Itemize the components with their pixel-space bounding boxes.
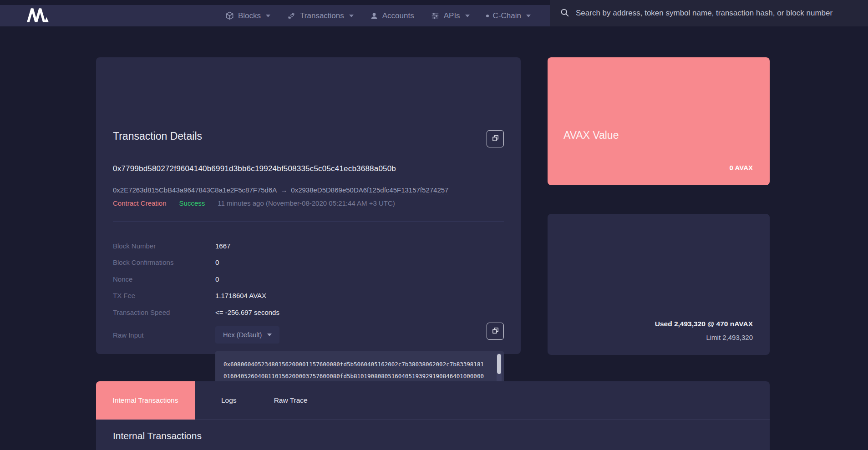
field-row-block-number: Block Number 1667 bbox=[113, 238, 504, 254]
field-label: Block Confirmations bbox=[113, 258, 215, 266]
transaction-status-row: Contract Creation Success 11 minutes ago… bbox=[113, 199, 395, 207]
chain-dot-icon bbox=[486, 15, 489, 17]
raw-input-encoding-dropdown[interactable]: Hex (Default) bbox=[215, 326, 279, 344]
chevron-down-icon bbox=[526, 15, 531, 17]
navbar-menu: Blocks Transactions Accounts bbox=[225, 5, 560, 26]
tab-raw-trace[interactable]: Raw Trace bbox=[269, 381, 312, 420]
gas-used-value: Used 2,493,320 @ 470 nAVAX bbox=[655, 320, 753, 328]
transaction-hash: 0x7799bd580272f9604140b6991d3bb6c19924bf… bbox=[113, 164, 396, 173]
field-row-nonce: Nonce 0 bbox=[113, 271, 504, 288]
nav-item-label: Accounts bbox=[382, 11, 414, 20]
chevron-down-icon bbox=[349, 15, 354, 17]
chevron-down-icon bbox=[266, 15, 270, 17]
nav-item-blocks[interactable]: Blocks bbox=[225, 11, 270, 20]
avax-value-title: AVAX Value bbox=[563, 129, 619, 142]
person-icon bbox=[370, 12, 378, 20]
raw-input-encoding-label: Hex (Default) bbox=[223, 331, 262, 339]
field-value: 0 bbox=[215, 258, 219, 266]
divider bbox=[113, 221, 504, 222]
to-address-link[interactable]: 0x2938eD5D869e50DA6f125dfc45F13157f52742… bbox=[291, 186, 448, 194]
sliders-icon bbox=[431, 12, 440, 20]
transaction-route: 0x2E7263d815CbB43a9647843C8a1e2F5c87F75d… bbox=[113, 186, 448, 194]
field-label: TX Fee bbox=[113, 292, 215, 299]
hex-line: 0160405260408110156200003757600080fd5b81… bbox=[223, 370, 490, 382]
status-badge: Success bbox=[179, 199, 205, 207]
chevron-down-icon bbox=[267, 334, 272, 336]
transaction-tabs-card: Internal Transactions Logs Raw Trace Int… bbox=[96, 381, 770, 450]
nav-item-label: Transactions bbox=[300, 11, 344, 20]
search-input[interactable] bbox=[576, 9, 868, 18]
nav-item-label: Blocks bbox=[238, 11, 261, 20]
nav-item-cchain[interactable]: C-Chain bbox=[486, 11, 531, 20]
avalanche-logo-icon[interactable] bbox=[18, 8, 57, 22]
copy-icon bbox=[492, 134, 499, 143]
transaction-type-badge: Contract Creation bbox=[113, 199, 167, 207]
copy-icon bbox=[492, 327, 499, 336]
chevron-down-icon bbox=[465, 15, 470, 17]
transaction-details-card: Transaction Details 0x7799bd580272f96041… bbox=[96, 57, 521, 354]
tab-logs[interactable]: Logs bbox=[217, 381, 241, 420]
cube-icon bbox=[225, 11, 234, 20]
nav-item-apis[interactable]: APIs bbox=[431, 11, 470, 20]
from-address: 0x2E7263d815CbB43a9647843C8a1e2F5c87F75d… bbox=[113, 186, 277, 194]
field-row-raw-input: Raw Input Hex (Default) bbox=[113, 326, 504, 346]
field-value: 0 bbox=[215, 275, 219, 283]
tab-bar: Internal Transactions Logs Raw Trace bbox=[96, 381, 770, 420]
field-value: <= -256.697 seconds bbox=[215, 308, 279, 316]
transaction-details-title: Transaction Details bbox=[113, 130, 202, 142]
avax-value-card: AVAX Value 0 AVAX bbox=[548, 57, 770, 185]
gas-limit-value: Limit 2,493,320 bbox=[655, 334, 753, 341]
tab-internal-transactions[interactable]: Internal Transactions bbox=[96, 381, 195, 420]
copy-transaction-button[interactable] bbox=[487, 130, 504, 147]
nav-item-label: APIs bbox=[444, 11, 460, 20]
search-icon bbox=[560, 8, 569, 19]
field-row-block-confirmations: Block Confirmations 0 bbox=[113, 254, 504, 271]
scrollbar-thumb[interactable] bbox=[497, 354, 501, 374]
field-label: Raw Input bbox=[113, 326, 215, 339]
field-label: Transaction Speed bbox=[113, 308, 215, 316]
field-value: 1667 bbox=[215, 242, 230, 250]
hex-line: 0x60806040523480156200001157600080fd5b50… bbox=[223, 359, 490, 370]
transaction-timestamp: 11 minutes ago (November-08-2020 05:21:4… bbox=[218, 199, 395, 207]
copy-raw-input-button[interactable] bbox=[487, 323, 504, 340]
field-row-transaction-speed: Transaction Speed <= -256.697 seconds bbox=[113, 304, 504, 321]
avax-value-amount: 0 AVAX bbox=[730, 164, 753, 172]
navbar: Blocks Transactions Accounts bbox=[0, 0, 868, 26]
internal-transactions-heading: Internal Transactions bbox=[113, 430, 202, 441]
search-bar bbox=[550, 0, 868, 26]
nav-item-accounts[interactable]: Accounts bbox=[370, 11, 414, 20]
field-value: 1.1718604 AVAX bbox=[215, 292, 266, 299]
nav-item-transactions[interactable]: Transactions bbox=[287, 11, 354, 20]
field-row-tx-fee: TX Fee 1.1718604 AVAX bbox=[113, 288, 504, 304]
transfer-arrows-icon bbox=[287, 12, 296, 20]
field-label: Nonce bbox=[113, 275, 215, 283]
field-label: Block Number bbox=[113, 242, 215, 250]
nav-item-label: C-Chain bbox=[493, 11, 521, 20]
gas-summary: Used 2,493,320 @ 470 nAVAX Limit 2,493,3… bbox=[655, 320, 753, 341]
arrow-right-icon: → bbox=[280, 186, 287, 194]
transaction-fields: Block Number 1667 Block Confirmations 0 … bbox=[113, 238, 504, 391]
gas-card: Gas Used 2,493,320 @ 470 nAVAX Limit 2,4… bbox=[548, 214, 770, 355]
